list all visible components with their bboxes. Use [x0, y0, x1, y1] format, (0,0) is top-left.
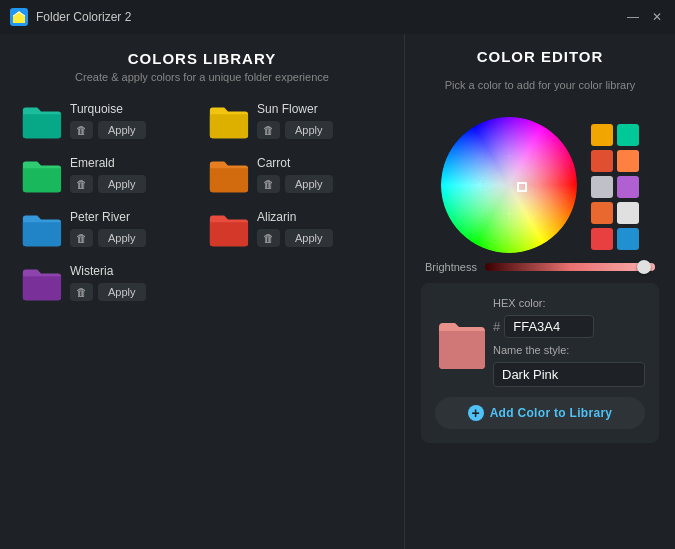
color-item-wisteria: Wisteria 🗑 Apply: [20, 261, 197, 303]
brightness-label: Brightness: [425, 261, 477, 273]
swatch-4[interactable]: [591, 176, 613, 198]
color-item-turquoise: Turquoise 🗑 Apply: [20, 99, 197, 141]
delete-button-emerald[interactable]: 🗑: [70, 175, 93, 193]
folder-icon-turquoise: [20, 99, 62, 141]
app-icon: [10, 8, 28, 26]
color-actions-wisteria: 🗑 Apply: [70, 283, 146, 301]
color-actions-turquoise: 🗑 Apply: [70, 121, 146, 139]
brightness-row: Brightness: [421, 261, 659, 273]
color-info-carrot: Carrot 🗑 Apply: [257, 156, 333, 193]
apply-button-alizarin[interactable]: Apply: [285, 229, 333, 247]
titlebar: Folder Colorizer 2 — ✕: [0, 0, 675, 34]
swatch-1[interactable]: [617, 124, 639, 146]
color-preview-folder: [435, 313, 487, 371]
color-info-peter-river: Peter River 🗑 Apply: [70, 210, 146, 247]
color-name-turquoise: Turquoise: [70, 102, 146, 116]
color-actions-emerald: 🗑 Apply: [70, 175, 146, 193]
style-name-input[interactable]: [493, 362, 645, 387]
color-name-carrot: Carrot: [257, 156, 333, 170]
apply-button-wisteria[interactable]: Apply: [98, 283, 146, 301]
color-item-emerald: Emerald 🗑 Apply: [20, 153, 197, 195]
color-wheel-section: Brightness: [421, 117, 659, 273]
minimize-button[interactable]: —: [625, 9, 641, 25]
library-title: COLORS LIBRARY: [20, 50, 384, 67]
window-controls: — ✕: [625, 9, 665, 25]
folder-icon-emerald: [20, 153, 62, 195]
folder-icon-sun-flower: [207, 99, 249, 141]
color-editor-panel: COLOR EDITOR Pick a color to add for you…: [405, 34, 675, 549]
swatch-2[interactable]: [591, 150, 613, 172]
apply-button-emerald[interactable]: Apply: [98, 175, 146, 193]
color-wheel[interactable]: [441, 117, 581, 257]
hex-info: HEX color: # Name the style:: [493, 297, 645, 387]
apply-button-carrot[interactable]: Apply: [285, 175, 333, 193]
add-color-label: Add Color to Library: [490, 406, 613, 420]
color-name-sun-flower: Sun Flower: [257, 102, 333, 116]
color-item-carrot: Carrot 🗑 Apply: [207, 153, 384, 195]
color-actions-alizarin: 🗑 Apply: [257, 229, 333, 247]
hex-value-row: #: [493, 315, 645, 338]
add-icon: +: [468, 405, 484, 421]
delete-button-alizarin[interactable]: 🗑: [257, 229, 280, 247]
delete-button-sun-flower[interactable]: 🗑: [257, 121, 280, 139]
editor-subtitle: Pick a color to add for your color libra…: [421, 79, 659, 91]
color-swatches: [591, 124, 639, 250]
color-name-emerald: Emerald: [70, 156, 146, 170]
add-color-button[interactable]: + Add Color to Library: [435, 397, 645, 429]
swatch-6[interactable]: [591, 202, 613, 224]
folder-icon-alizarin: [207, 207, 249, 249]
color-item-sun-flower: Sun Flower 🗑 Apply: [207, 99, 384, 141]
swatch-5[interactable]: [617, 176, 639, 198]
color-item-alizarin: Alizarin 🗑 Apply: [207, 207, 384, 249]
swatch-3[interactable]: [617, 150, 639, 172]
delete-button-wisteria[interactable]: 🗑: [70, 283, 93, 301]
app-title: Folder Colorizer 2: [36, 10, 625, 24]
hash-sign: #: [493, 319, 500, 334]
color-actions-carrot: 🗑 Apply: [257, 175, 333, 193]
folder-icon-carrot: [207, 153, 249, 195]
brightness-thumb: [637, 260, 651, 274]
folder-icon-wisteria: [20, 261, 62, 303]
name-label: Name the style:: [493, 344, 645, 356]
colors-grid: Turquoise 🗑 Apply Sun Flower 🗑 Apply: [20, 99, 384, 303]
delete-button-turquoise[interactable]: 🗑: [70, 121, 93, 139]
color-info-emerald: Emerald 🗑 Apply: [70, 156, 146, 193]
main-content: COLORS LIBRARY Create & apply colors for…: [0, 34, 675, 549]
brightness-slider[interactable]: [485, 263, 655, 271]
apply-button-sun-flower[interactable]: Apply: [285, 121, 333, 139]
hex-input[interactable]: [504, 315, 594, 338]
delete-button-peter-river[interactable]: 🗑: [70, 229, 93, 247]
apply-button-turquoise[interactable]: Apply: [98, 121, 146, 139]
color-name-alizarin: Alizarin: [257, 210, 333, 224]
hex-label: HEX color:: [493, 297, 645, 309]
close-button[interactable]: ✕: [649, 9, 665, 25]
color-info-turquoise: Turquoise 🗑 Apply: [70, 102, 146, 139]
color-info-alizarin: Alizarin 🗑 Apply: [257, 210, 333, 247]
swatch-7[interactable]: [617, 202, 639, 224]
color-wheel-row: [441, 117, 639, 257]
delete-button-carrot[interactable]: 🗑: [257, 175, 280, 193]
color-info-wisteria: Wisteria 🗑 Apply: [70, 264, 146, 301]
color-name-peter-river: Peter River: [70, 210, 146, 224]
color-name-wisteria: Wisteria: [70, 264, 146, 278]
color-actions-peter-river: 🗑 Apply: [70, 229, 146, 247]
editor-title: COLOR EDITOR: [421, 48, 659, 65]
color-info-sun-flower: Sun Flower 🗑 Apply: [257, 102, 333, 139]
folder-icon-peter-river: [20, 207, 62, 249]
color-actions-sun-flower: 🗑 Apply: [257, 121, 333, 139]
swatch-0[interactable]: [591, 124, 613, 146]
library-subtitle: Create & apply colors for a unique folde…: [20, 71, 384, 83]
swatch-9[interactable]: [617, 228, 639, 250]
apply-button-peter-river[interactable]: Apply: [98, 229, 146, 247]
hex-row: HEX color: # Name the style:: [435, 297, 645, 387]
colors-library-panel: COLORS LIBRARY Create & apply colors for…: [0, 34, 405, 549]
swatch-8[interactable]: [591, 228, 613, 250]
color-item-peter-river: Peter River 🗑 Apply: [20, 207, 197, 249]
color-editor-bottom: HEX color: # Name the style: + Add Color…: [421, 283, 659, 443]
